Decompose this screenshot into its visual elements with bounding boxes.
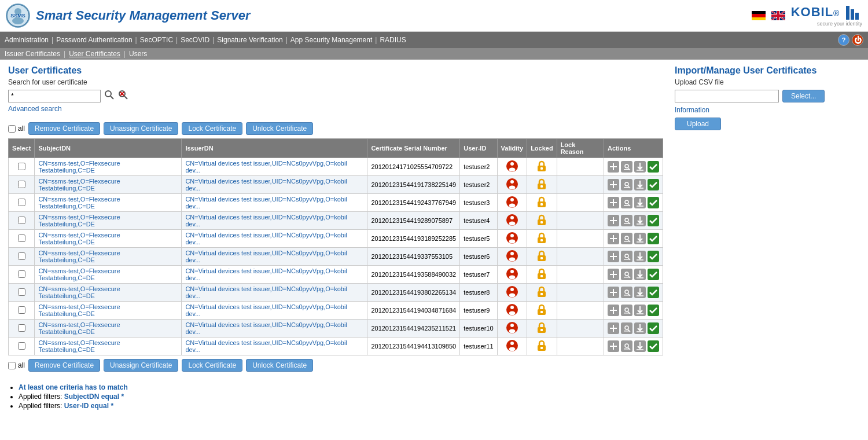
issuer-dn-link[interactable]: CN=Virtual devices test issuer,UID=NCs0p…: [185, 303, 347, 317]
issuer-dn-link[interactable]: CN=Virtual devices test issuer,UID=NCs0p…: [185, 160, 347, 174]
assign-action-icon[interactable]: [648, 305, 659, 316]
upload-button[interactable]: Upload: [675, 118, 721, 130]
view-action-icon[interactable]: [621, 340, 632, 352]
issuer-dn-link[interactable]: CN=Virtual devices test issuer,UID=NCs0p…: [185, 196, 347, 210]
assign-action-icon[interactable]: [648, 161, 659, 173]
issuer-dn-link[interactable]: CN=Virtual devices test issuer,UID=NCs0p…: [185, 250, 347, 263]
row-checkbox[interactable]: [18, 163, 25, 170]
nav-secoptic[interactable]: SecOPTIC: [140, 36, 173, 44]
assign-action-icon[interactable]: [648, 287, 659, 298]
view-action-icon[interactable]: [621, 197, 632, 208]
assign-action-icon[interactable]: [648, 179, 659, 190]
row-checkbox[interactable]: [18, 234, 25, 242]
download-action-icon[interactable]: [634, 287, 646, 298]
information-link[interactable]: Information: [675, 106, 709, 114]
add-action-icon[interactable]: [608, 269, 619, 280]
download-action-icon[interactable]: [634, 215, 646, 226]
issuer-dn-link[interactable]: CN=Virtual devices test issuer,UID=NCs0p…: [185, 339, 347, 353]
help-icon[interactable]: ?: [838, 34, 849, 46]
view-action-icon[interactable]: [621, 287, 632, 298]
assign-action-icon[interactable]: [648, 233, 659, 244]
subnav-users[interactable]: Users: [129, 50, 147, 58]
subject-dn-link[interactable]: CN=ssms-test,O=Flexsecure Testabteilung,…: [38, 285, 120, 299]
subject-dn-link[interactable]: CN=ssms-test,O=Flexsecure Testabteilung,…: [38, 267, 120, 281]
unassign-cert-button-top[interactable]: Unassign Certificate: [104, 122, 178, 135]
subject-dn-link[interactable]: CN=ssms-test,O=Flexsecure Testabteilung,…: [38, 339, 120, 353]
row-checkbox[interactable]: [18, 306, 25, 314]
subject-dn-link[interactable]: CN=ssms-test,O=Flexsecure Testabteilung,…: [38, 232, 120, 245]
issuer-dn-link[interactable]: CN=Virtual devices test issuer,UID=NCs0p…: [185, 267, 347, 281]
add-action-icon[interactable]: [608, 305, 619, 316]
subject-dn-link[interactable]: CN=ssms-test,O=Flexsecure Testabteilung,…: [38, 178, 120, 192]
remove-cert-button-top[interactable]: Remove Certificate: [28, 122, 100, 135]
issuer-dn-link[interactable]: CN=Virtual devices test issuer,UID=NCs0p…: [185, 232, 347, 245]
row-checkbox[interactable]: [18, 270, 25, 278]
download-action-icon[interactable]: [634, 197, 646, 208]
unlock-cert-button-top[interactable]: Unlock Certificate: [246, 122, 313, 135]
add-action-icon[interactable]: [608, 233, 619, 244]
add-action-icon[interactable]: [608, 215, 619, 226]
download-action-icon[interactable]: [634, 269, 646, 280]
assign-action-icon[interactable]: [648, 340, 659, 352]
power-icon[interactable]: ⏻: [852, 34, 863, 46]
row-checkbox[interactable]: [18, 288, 25, 296]
add-action-icon[interactable]: [608, 161, 619, 173]
clear-search-button[interactable]: [118, 90, 128, 102]
download-action-icon[interactable]: [634, 340, 646, 352]
check-all-bottom[interactable]: all: [8, 361, 25, 369]
row-checkbox[interactable]: [18, 199, 25, 206]
flag-de-icon[interactable]: [752, 11, 766, 20]
view-action-icon[interactable]: [621, 233, 632, 244]
nav-app-sec[interactable]: App Security Management: [290, 36, 372, 44]
search-button[interactable]: [104, 90, 115, 102]
lock-cert-button-bottom[interactable]: Lock Certificate: [182, 359, 242, 372]
add-action-icon[interactable]: [608, 197, 619, 208]
advanced-search-link[interactable]: Advanced search: [8, 105, 663, 113]
select-all-checkbox-top[interactable]: [8, 125, 16, 133]
row-checkbox[interactable]: [18, 181, 25, 188]
subject-dn-link[interactable]: CN=ssms-test,O=Flexsecure Testabteilung,…: [38, 196, 120, 210]
subject-dn-link[interactable]: CN=ssms-test,O=Flexsecure Testabteilung,…: [38, 160, 120, 174]
check-all-top[interactable]: all: [8, 124, 25, 133]
assign-action-icon[interactable]: [648, 197, 659, 208]
subject-dn-link[interactable]: CN=ssms-test,O=Flexsecure Testabteilung,…: [38, 321, 120, 335]
flag-uk-icon[interactable]: [771, 11, 785, 20]
view-action-icon[interactable]: [621, 305, 632, 316]
assign-action-icon[interactable]: [648, 322, 659, 334]
download-action-icon[interactable]: [634, 161, 646, 173]
lock-cert-button-top[interactable]: Lock Certificate: [182, 122, 242, 135]
subnav-issuer-certs[interactable]: Issuer Certificates: [5, 50, 60, 58]
nav-sig-verify[interactable]: Signature Verification: [217, 36, 282, 44]
select-all-checkbox-bottom[interactable]: [8, 362, 16, 369]
unassign-cert-button-bottom[interactable]: Unassign Certificate: [104, 359, 178, 372]
subject-dn-link[interactable]: CN=ssms-test,O=Flexsecure Testabteilung,…: [38, 250, 120, 263]
assign-action-icon[interactable]: [648, 251, 659, 262]
add-action-icon[interactable]: [608, 340, 619, 352]
add-action-icon[interactable]: [608, 287, 619, 298]
assign-action-icon[interactable]: [648, 269, 659, 280]
download-action-icon[interactable]: [634, 322, 646, 334]
view-action-icon[interactable]: [621, 215, 632, 226]
unlock-cert-button-bottom[interactable]: Unlock Certificate: [246, 359, 313, 372]
row-checkbox[interactable]: [18, 342, 25, 350]
nav-password-auth[interactable]: Password Authentication: [56, 36, 132, 44]
view-action-icon[interactable]: [621, 269, 632, 280]
subject-dn-link[interactable]: CN=ssms-test,O=Flexsecure Testabteilung,…: [38, 214, 120, 228]
remove-cert-button-bottom[interactable]: Remove Certificate: [28, 359, 100, 372]
search-input[interactable]: [8, 90, 101, 102]
nav-administration[interactable]: Administration: [5, 36, 49, 44]
view-action-icon[interactable]: [621, 322, 632, 334]
subnav-user-certs[interactable]: User Certificates: [69, 50, 120, 58]
download-action-icon[interactable]: [634, 179, 646, 190]
view-action-icon[interactable]: [621, 161, 632, 173]
view-action-icon[interactable]: [621, 251, 632, 262]
row-checkbox[interactable]: [18, 217, 25, 224]
issuer-dn-link[interactable]: CN=Virtual devices test issuer,UID=NCs0p…: [185, 321, 347, 335]
issuer-dn-link[interactable]: CN=Virtual devices test issuer,UID=NCs0p…: [185, 214, 347, 228]
row-checkbox[interactable]: [18, 324, 25, 332]
add-action-icon[interactable]: [608, 251, 619, 262]
issuer-dn-link[interactable]: CN=Virtual devices test issuer,UID=NCs0p…: [185, 285, 347, 299]
file-path-input[interactable]: [675, 90, 779, 102]
download-action-icon[interactable]: [634, 305, 646, 316]
row-checkbox[interactable]: [18, 252, 25, 260]
